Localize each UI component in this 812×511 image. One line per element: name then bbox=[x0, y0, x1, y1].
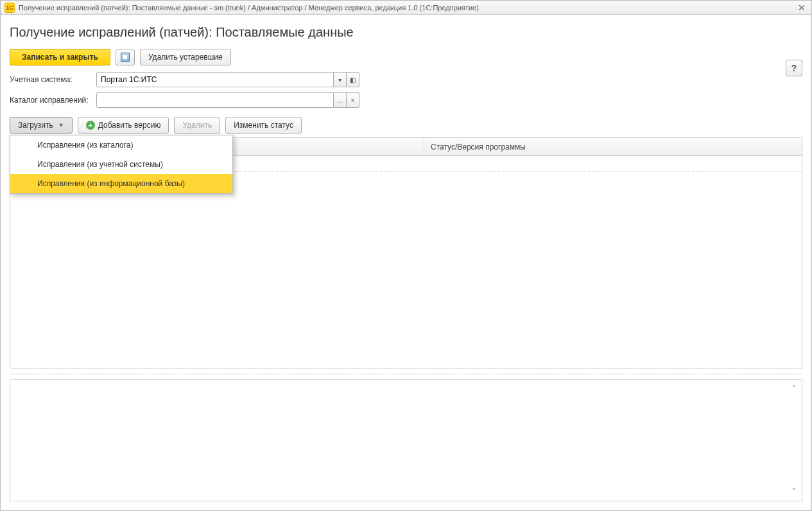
grid-body[interactable] bbox=[10, 171, 802, 368]
dropdown-icon[interactable]: ▾ bbox=[334, 72, 347, 87]
plus-icon: + bbox=[86, 121, 95, 130]
patch-dir-row: Каталог исправлений: … × bbox=[10, 92, 802, 108]
detail-pane[interactable]: ˄ ˅ bbox=[10, 379, 802, 501]
menu-item-from-infobase[interactable]: Исправления (из информационной базы) bbox=[10, 174, 232, 193]
scroll-down-icon[interactable]: ˅ bbox=[789, 487, 799, 497]
help-button[interactable]: ? bbox=[786, 60, 802, 76]
save-icon bbox=[121, 53, 130, 62]
content-area: Получение исправлений (патчей): Поставля… bbox=[1, 15, 811, 510]
delete-obsolete-button[interactable]: Удалить устаревшие bbox=[140, 49, 231, 65]
titlebar: 1C Получение исправлений (патчей): Поста… bbox=[1, 1, 811, 15]
main-toolbar: Записать и закрыть Удалить устаревшие bbox=[10, 49, 802, 65]
window-title: Получение исправлений (патчей): Поставля… bbox=[19, 4, 479, 12]
patch-dir-input[interactable] bbox=[96, 92, 334, 108]
splitter[interactable] bbox=[10, 374, 802, 374]
account-system-label: Учетная система: bbox=[10, 75, 96, 84]
grid-col-2[interactable]: Статус/Версия программы bbox=[424, 138, 802, 155]
load-button[interactable]: Загрузить ▼ bbox=[10, 117, 73, 134]
add-version-button[interactable]: + Добавить версию bbox=[78, 117, 169, 134]
open-dialog-icon[interactable]: ◧ bbox=[347, 72, 359, 87]
load-dropdown-menu: Исправления (из каталога) Исправления (и… bbox=[10, 135, 233, 194]
save-and-close-button[interactable]: Записать и закрыть bbox=[10, 49, 110, 65]
sub-toolbar: Загрузить ▼ + Добавить версию Удалить Из… bbox=[10, 117, 802, 134]
patch-dir-label: Каталог исправлений: bbox=[10, 96, 96, 105]
app-logo-icon: 1C bbox=[4, 3, 15, 13]
chevron-down-icon: ▼ bbox=[58, 122, 64, 128]
menu-item-from-account-system[interactable]: Исправления (из учетной системы) bbox=[10, 155, 232, 174]
clear-icon[interactable]: × bbox=[347, 92, 359, 108]
save-button[interactable] bbox=[116, 49, 135, 65]
change-status-button[interactable]: Изменить статус bbox=[225, 117, 302, 134]
patch-dir-field: … × bbox=[96, 92, 359, 108]
app-window: 1C Получение исправлений (патчей): Поста… bbox=[0, 0, 812, 511]
account-system-row: Учетная система: ▾ ◧ bbox=[10, 72, 802, 87]
delete-button[interactable]: Удалить bbox=[174, 117, 220, 134]
browse-icon[interactable]: … bbox=[334, 92, 347, 108]
account-system-input[interactable] bbox=[96, 72, 334, 87]
menu-item-from-catalog[interactable]: Исправления (из каталога) bbox=[10, 135, 232, 155]
add-version-label: Добавить версию bbox=[98, 121, 161, 130]
account-system-field: ▾ ◧ bbox=[96, 72, 359, 87]
scroll-up-icon[interactable]: ˄ bbox=[789, 384, 799, 394]
page-title: Получение исправлений (патчей): Поставля… bbox=[10, 25, 802, 40]
load-button-label: Загрузить bbox=[18, 121, 53, 130]
close-icon[interactable]: ✕ bbox=[796, 3, 808, 14]
